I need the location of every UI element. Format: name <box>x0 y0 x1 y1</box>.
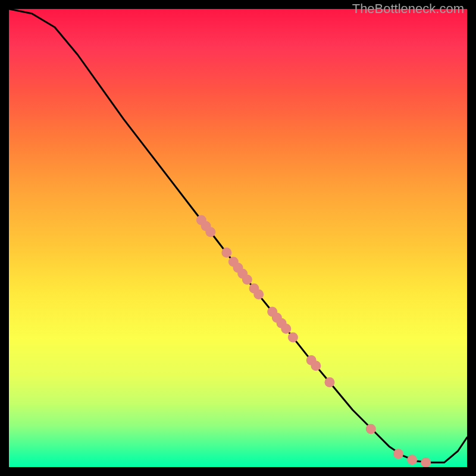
scatter-point <box>288 333 298 343</box>
curve-line <box>9 9 467 462</box>
scatter-point <box>306 355 317 365</box>
scatter-point <box>228 257 239 267</box>
scatter-point <box>421 458 431 467</box>
scatter-point <box>272 313 282 323</box>
watermark-text: TheBottleneck.com <box>352 1 464 17</box>
scatter-point <box>196 215 206 226</box>
chart-svg <box>9 9 467 467</box>
scatter-point <box>205 227 215 237</box>
scatter-point <box>393 449 403 459</box>
scatter-point <box>201 221 211 231</box>
scatter-point <box>253 289 264 299</box>
scatter-point <box>237 269 248 279</box>
scatter-point <box>366 424 376 434</box>
scatter-point <box>242 275 252 285</box>
plot-area <box>9 9 467 467</box>
scatter-point <box>221 248 231 258</box>
scatter-point <box>277 318 287 328</box>
scatter-point <box>281 324 291 334</box>
scatter-point <box>407 455 417 465</box>
scatter-point <box>249 283 259 293</box>
chart-container: TheBottleneck.com <box>0 0 476 476</box>
scatter-point <box>233 263 243 273</box>
scatter-point <box>267 307 277 317</box>
scatter-point <box>325 377 335 387</box>
scatter-point <box>311 361 321 371</box>
